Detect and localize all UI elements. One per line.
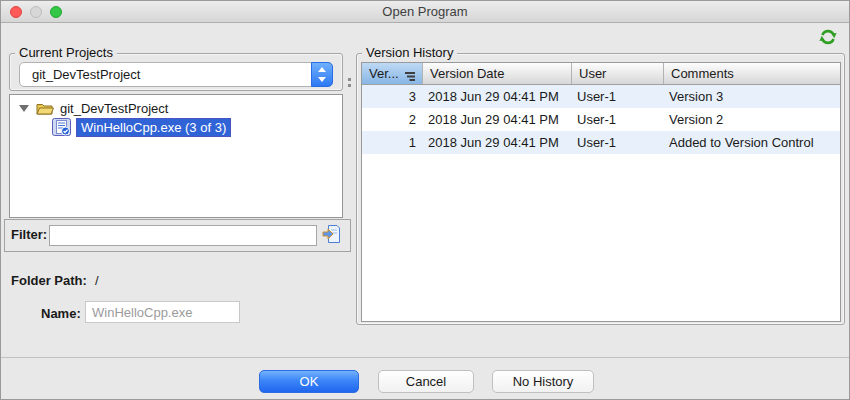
folder-path-label: Folder Path:	[11, 273, 87, 288]
window-title: Open Program	[1, 1, 849, 22]
cell-comments: Version 2	[664, 108, 840, 131]
table-row[interactable]: 2 2018 Jun 29 04:41 PM User-1 Version 2	[362, 108, 840, 131]
filter-document-arrow-icon	[322, 224, 341, 246]
header-user[interactable]: User	[572, 63, 664, 84]
tree-selected-row[interactable]: WinHelloCpp.exe (3 of 3)	[10, 118, 342, 136]
table-row[interactable]: 3 2018 Jun 29 04:41 PM User-1 Version 3	[362, 85, 840, 108]
name-label: Name:	[41, 306, 81, 321]
no-history-button[interactable]: No History	[492, 370, 594, 393]
zoom-button[interactable]	[50, 6, 62, 18]
header-version-date[interactable]: Version Date	[423, 63, 572, 84]
cell-user: User-1	[572, 85, 664, 108]
footer-separator	[1, 357, 849, 358]
project-tree[interactable]: git_DevTestProject WinHelloCpp.exe (3 of…	[9, 94, 343, 218]
filter-label: Filter:	[11, 227, 47, 242]
tree-root-row[interactable]: git_DevTestProject	[10, 101, 342, 116]
tree-selected-item-label: WinHelloCpp.exe (3 of 3)	[77, 119, 230, 136]
combobox-dropdown-button[interactable]	[311, 62, 333, 87]
open-program-dialog: Open Program Current Projects git_DevTes…	[0, 0, 850, 400]
header-version[interactable]: Ver...	[362, 63, 423, 84]
close-button[interactable]	[10, 6, 22, 18]
refresh-button[interactable]	[818, 27, 840, 49]
filter-input[interactable]	[49, 225, 317, 246]
header-comments[interactable]: Comments	[664, 63, 840, 84]
cell-user: User-1	[572, 108, 664, 131]
current-projects-label: Current Projects	[15, 45, 117, 61]
sort-descending-icon	[404, 68, 417, 84]
cell-date: 2018 Jun 29 04:41 PM	[423, 85, 572, 108]
cancel-button[interactable]: Cancel	[378, 370, 474, 393]
table-header: Ver... Version Date User Comments	[362, 63, 840, 85]
cell-version: 3	[362, 85, 423, 108]
chevron-up-icon	[318, 67, 326, 72]
splitter-handle[interactable]	[348, 78, 351, 81]
chevron-down-icon	[318, 77, 326, 82]
titlebar[interactable]: Open Program	[1, 1, 849, 23]
traffic-lights	[10, 6, 62, 18]
cell-user: User-1	[572, 131, 664, 154]
cell-comments: Version 3	[664, 85, 840, 108]
table-row[interactable]: 1 2018 Jun 29 04:41 PM User-1 Added to V…	[362, 131, 840, 154]
open-folder-icon	[36, 102, 54, 115]
ok-button[interactable]: OK	[259, 370, 359, 393]
version-history-label: Version History	[362, 45, 457, 61]
cell-date: 2018 Jun 29 04:41 PM	[423, 131, 572, 154]
cell-version: 1	[362, 131, 423, 154]
program-file-icon	[52, 118, 71, 136]
project-combobox-value: git_DevTestProject	[32, 63, 140, 86]
clear-filter-button[interactable]	[322, 224, 342, 246]
minimize-button	[30, 6, 42, 18]
refresh-icon	[818, 27, 838, 49]
project-combobox[interactable]: git_DevTestProject	[19, 62, 333, 87]
version-history-table: Ver... Version Date User Comments 3 2018…	[361, 62, 841, 322]
cell-version: 2	[362, 108, 423, 131]
folder-path-value: /	[95, 273, 99, 288]
cell-date: 2018 Jun 29 04:41 PM	[423, 108, 572, 131]
disclosure-triangle-icon[interactable]	[19, 105, 29, 112]
cell-comments: Added to Version Control	[664, 131, 840, 154]
tree-root-label: git_DevTestProject	[60, 101, 168, 116]
name-input[interactable]	[85, 301, 240, 323]
